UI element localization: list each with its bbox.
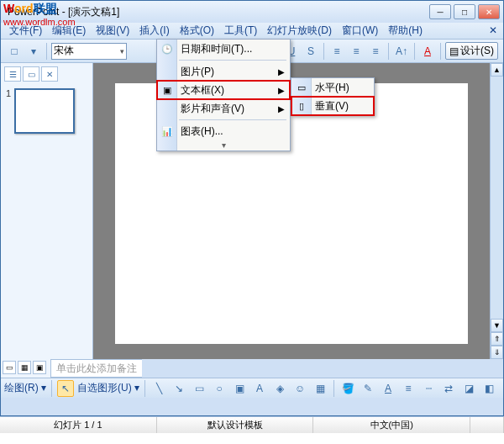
status-spell <box>470 417 504 433</box>
status-slide: 幻灯片 1 / 1 <box>0 417 157 433</box>
font-color-icon[interactable]: A <box>419 43 436 60</box>
shadow-style-icon[interactable]: ◪ <box>460 380 477 397</box>
new-icon[interactable]: □ <box>6 43 23 60</box>
chart-icon: 📊 <box>160 124 174 138</box>
menu-slideshow[interactable]: 幻灯片放映(D) <box>262 22 337 40</box>
menu-item-chart[interactable]: 📊 图表(H)... <box>157 122 290 140</box>
submenu-arrow-icon: ▶ <box>278 104 285 114</box>
close-button[interactable]: ✕ <box>478 4 500 19</box>
menubar: 文件(F) 编辑(E) 视图(V) 插入(I) 格式(O) 工具(T) 幻灯片放… <box>1 23 503 40</box>
3d-style-icon[interactable]: ◧ <box>480 380 497 397</box>
font-combo[interactable]: 宋体 ▾ <box>51 43 127 60</box>
normal-view-icon[interactable]: ▭ <box>3 361 16 374</box>
prev-slide-icon[interactable]: ⇑ <box>491 332 503 346</box>
pointer-icon[interactable]: ↖ <box>57 380 74 397</box>
doc-close-button[interactable]: ✕ <box>486 24 500 38</box>
autoshapes-menu[interactable]: 自选图形(U) ▾ <box>77 381 139 395</box>
design-button[interactable]: ▤ 设计(S) <box>445 42 498 60</box>
notes-pane[interactable]: 单击此处添加备注 <box>51 359 142 378</box>
draw-menu[interactable]: 绘图(R) ▾ <box>4 381 46 395</box>
wordart-icon[interactable]: A <box>251 380 268 397</box>
scroll-down-icon[interactable]: ▼ <box>491 319 503 332</box>
vertical-scrollbar[interactable]: ▲ ▼ ⇑ ⇓ <box>490 63 503 359</box>
slide-thumb-row: 1 <box>4 85 89 137</box>
textbox-submenu: ▭ 水平(H) ▯ 垂直(V) <box>291 77 375 116</box>
scroll-up-icon[interactable]: ▲ <box>491 63 503 77</box>
menu-item-movie-sound[interactable]: 影片和声音(V) ▶ <box>157 99 290 118</box>
notes-placeholder: 单击此处添加备注 <box>56 362 137 376</box>
font-color2-icon[interactable]: A <box>380 380 396 397</box>
arrow-icon[interactable]: ↘ <box>171 380 187 397</box>
menu-view[interactable]: 视图(V) <box>91 22 134 40</box>
submenu-item-horizontal[interactable]: ▭ 水平(H) <box>291 78 374 97</box>
textbox-horizontal-icon: ▭ <box>295 81 308 94</box>
arrow-style-icon[interactable]: ⇄ <box>440 380 457 397</box>
fill-color-icon[interactable]: 🪣 <box>339 380 356 397</box>
line-style-icon[interactable]: ≡ <box>400 380 417 397</box>
menu-item-datetime[interactable]: 🕒 日期和时间(T)... <box>157 40 290 58</box>
outline-pane: ☰ ▭ ✕ 1 <box>1 63 93 359</box>
sorter-view-icon[interactable]: ▦ <box>18 361 31 374</box>
statusbar: 幻灯片 1 / 1 默认设计模板 中文(中国) <box>0 416 504 433</box>
slide-thumbnail-1[interactable] <box>14 88 75 134</box>
menu-help[interactable]: 帮助(H) <box>383 22 428 40</box>
menu-tools[interactable]: 工具(T) <box>219 22 262 40</box>
diagram-icon[interactable]: ◈ <box>271 380 288 397</box>
menu-edit[interactable]: 编辑(E) <box>47 22 91 40</box>
app-title: PowerPoint - [演示文稿1] <box>4 5 429 19</box>
minimize-button[interactable]: ─ <box>429 4 451 19</box>
rectangle-icon[interactable]: ▭ <box>191 380 207 397</box>
insert-dropdown: 🕒 日期和时间(T)... 图片(P) ▶ ▣ 文本框(X) ▶ 影片和声音(V… <box>156 39 291 151</box>
pane-close-icon[interactable]: ✕ <box>41 66 58 82</box>
menu-item-textbox[interactable]: ▣ 文本框(X) ▶ <box>157 81 290 99</box>
menu-window[interactable]: 窗口(W) <box>337 22 383 40</box>
slide-number: 1 <box>6 88 11 134</box>
maximize-button[interactable]: □ <box>454 4 475 19</box>
datetime-icon: 🕒 <box>160 42 174 56</box>
status-language: 中文(中国) <box>313 417 470 433</box>
dash-style-icon[interactable]: ┄ <box>420 380 437 397</box>
align-left-icon[interactable]: ≡ <box>328 43 345 60</box>
drawing-toolbar: 绘图(R) ▾ ↖ 自选图形(U) ▾ ╲ ↘ ▭ ○ ▣ A ◈ ☺ ▦ 🪣 … <box>1 378 503 398</box>
increase-font-icon[interactable]: A↑ <box>393 43 410 60</box>
slides-tab[interactable]: ▭ <box>23 66 39 82</box>
menu-file[interactable]: 文件(F) <box>4 22 47 40</box>
line-icon[interactable]: ╲ <box>150 380 167 397</box>
clipart-icon[interactable]: ☺ <box>291 380 308 397</box>
textbox-vertical-icon: ▯ <box>295 99 308 113</box>
menu-insert[interactable]: 插入(I) <box>134 22 174 40</box>
oval-icon[interactable]: ○ <box>211 380 228 397</box>
textbox-icon: ▣ <box>160 83 174 97</box>
menu-format[interactable]: 格式(O) <box>175 22 219 40</box>
titlebar: PowerPoint - [演示文稿1] ─ □ ✕ <box>1 1 503 23</box>
chevron-down-icon: ▾ <box>120 47 124 56</box>
picture-icon[interactable]: ▦ <box>312 380 328 397</box>
font-value: 宋体 <box>54 44 74 58</box>
outline-tab[interactable]: ☰ <box>4 66 21 82</box>
slideshow-view-icon[interactable]: ▣ <box>33 361 46 374</box>
textbox-icon[interactable]: ▣ <box>231 380 248 397</box>
line-color-icon[interactable]: ✎ <box>360 380 376 397</box>
submenu-arrow-icon: ▶ <box>278 67 285 77</box>
align-center-icon[interactable]: ≡ <box>348 43 365 60</box>
open-icon[interactable]: ▾ <box>25 43 42 60</box>
align-right-icon[interactable]: ≡ <box>367 43 384 60</box>
notes-row: ▭ ▦ ▣ 单击此处添加备注 <box>1 359 503 378</box>
menu-item-picture[interactable]: 图片(P) ▶ <box>157 62 290 81</box>
submenu-arrow-icon: ▶ <box>278 86 285 95</box>
scroll-track[interactable] <box>491 77 503 319</box>
shadow-icon[interactable]: S <box>302 43 319 60</box>
next-slide-icon[interactable]: ⇓ <box>491 346 503 359</box>
submenu-item-vertical[interactable]: ▯ 垂直(V) <box>291 97 374 115</box>
status-template: 默认设计模板 <box>157 417 314 433</box>
design-icon: ▤ <box>449 45 459 57</box>
